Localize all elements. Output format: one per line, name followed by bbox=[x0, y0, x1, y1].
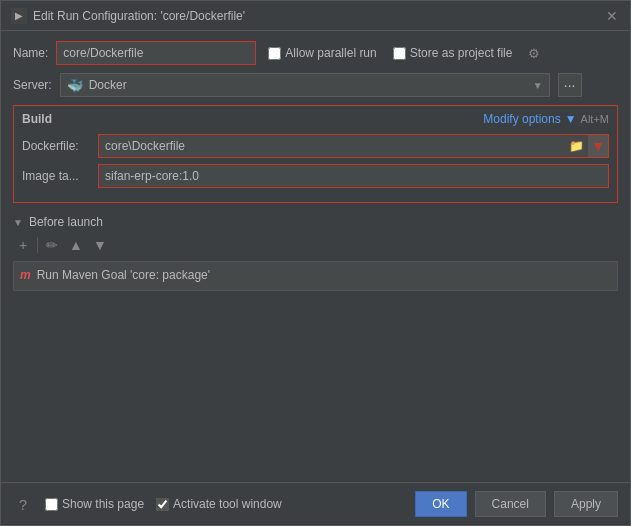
launch-list: m Run Maven Goal 'core: package' bbox=[13, 261, 618, 291]
dropdown-icon: ▼ bbox=[565, 112, 577, 126]
move-down-button[interactable]: ▼ bbox=[90, 235, 110, 255]
dockerfile-input-wrapper: 📁 ▼ bbox=[98, 134, 609, 158]
more-options-button[interactable]: ··· bbox=[558, 73, 582, 97]
server-value: Docker bbox=[89, 78, 127, 92]
launch-item: m Run Maven Goal 'core: package' bbox=[20, 266, 611, 284]
folder-icon[interactable]: 📁 bbox=[565, 139, 588, 153]
image-tag-row: Image ta... bbox=[22, 164, 609, 188]
bottom-left: ? Show this page Activate tool window bbox=[13, 494, 282, 514]
name-input[interactable] bbox=[56, 41, 256, 65]
store-project-checkbox[interactable] bbox=[393, 47, 406, 60]
allow-parallel-checkbox[interactable] bbox=[268, 47, 281, 60]
name-row: Name: Allow parallel run Store as projec… bbox=[13, 41, 618, 65]
before-launch-header: ▼ Before launch bbox=[13, 215, 618, 229]
settings-icon[interactable]: ⚙ bbox=[528, 46, 540, 61]
build-header: Build Modify options ▼ Alt+M bbox=[22, 112, 609, 126]
store-project-label: Store as project file bbox=[410, 46, 513, 60]
activate-window-checkbox[interactable] bbox=[156, 498, 169, 511]
activate-window-item: Activate tool window bbox=[156, 497, 282, 511]
launch-item-text: Run Maven Goal 'core: package' bbox=[37, 268, 210, 282]
cancel-button[interactable]: Cancel bbox=[475, 491, 546, 517]
dockerfile-dropdown-arrow[interactable]: ▼ bbox=[588, 135, 608, 157]
dockerfile-row: Dockerfile: 📁 ▼ bbox=[22, 134, 609, 158]
modify-options-shortcut: Alt+M bbox=[581, 113, 609, 125]
modify-options-label: Modify options bbox=[483, 112, 560, 126]
dialog-title: Edit Run Configuration: 'core/Dockerfile… bbox=[33, 9, 245, 23]
bottom-bar: ? Show this page Activate tool window OK… bbox=[1, 482, 630, 525]
show-page-label: Show this page bbox=[62, 497, 144, 511]
image-tag-input[interactable] bbox=[99, 165, 608, 187]
edit-launch-button[interactable]: ✏ bbox=[42, 235, 62, 255]
before-launch-section: ▼ Before launch + ✏ ▲ ▼ m Run Maven Goal… bbox=[13, 215, 618, 291]
server-label: Server: bbox=[13, 78, 52, 92]
store-project-item: Store as project file bbox=[393, 46, 513, 60]
activate-window-label: Activate tool window bbox=[173, 497, 282, 511]
title-bar: ▶ Edit Run Configuration: 'core/Dockerfi… bbox=[1, 1, 630, 31]
help-button[interactable]: ? bbox=[13, 494, 33, 514]
allow-parallel-label: Allow parallel run bbox=[285, 46, 376, 60]
image-tag-label: Image ta... bbox=[22, 169, 94, 183]
server-select-inner: 🐳 Docker bbox=[67, 78, 127, 93]
modify-options-button[interactable]: Modify options ▼ Alt+M bbox=[483, 112, 609, 126]
title-bar-left: ▶ Edit Run Configuration: 'core/Dockerfi… bbox=[11, 8, 245, 24]
docker-icon: 🐳 bbox=[67, 78, 83, 93]
options-row: Allow parallel run Store as project file… bbox=[268, 46, 540, 61]
dockerfile-label: Dockerfile: bbox=[22, 139, 94, 153]
bottom-right: OK Cancel Apply bbox=[415, 491, 618, 517]
app-icon: ▶ bbox=[11, 8, 27, 24]
image-tag-input-wrapper bbox=[98, 164, 609, 188]
server-dropdown-arrow: ▼ bbox=[533, 80, 543, 91]
before-launch-title: Before launch bbox=[29, 215, 103, 229]
show-page-item: Show this page bbox=[45, 497, 144, 511]
name-label: Name: bbox=[13, 46, 48, 60]
apply-button[interactable]: Apply bbox=[554, 491, 618, 517]
toolbar-separator bbox=[37, 237, 38, 253]
dockerfile-input[interactable] bbox=[99, 135, 565, 157]
maven-icon: m bbox=[20, 268, 31, 282]
server-row: Server: 🐳 Docker ▼ ··· bbox=[13, 73, 618, 97]
move-up-button[interactable]: ▲ bbox=[66, 235, 86, 255]
show-page-checkbox[interactable] bbox=[45, 498, 58, 511]
dialog-window: ▶ Edit Run Configuration: 'core/Dockerfi… bbox=[0, 0, 631, 526]
collapse-arrow-icon[interactable]: ▼ bbox=[13, 217, 23, 228]
close-button[interactable]: ✕ bbox=[604, 8, 620, 24]
server-dropdown[interactable]: 🐳 Docker ▼ bbox=[60, 73, 550, 97]
build-title: Build bbox=[22, 112, 52, 126]
add-launch-button[interactable]: + bbox=[13, 235, 33, 255]
dialog-content: Name: Allow parallel run Store as projec… bbox=[1, 31, 630, 482]
allow-parallel-item: Allow parallel run bbox=[268, 46, 376, 60]
launch-toolbar: + ✏ ▲ ▼ bbox=[13, 235, 618, 255]
ok-button[interactable]: OK bbox=[415, 491, 466, 517]
build-section: Build Modify options ▼ Alt+M Dockerfile:… bbox=[13, 105, 618, 203]
